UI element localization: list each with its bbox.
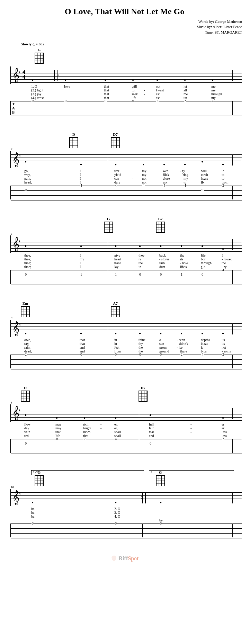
barline <box>242 239 242 250</box>
tab-fret-number: 0 <box>132 99 134 103</box>
lyric-syllable: in <box>114 342 117 346</box>
lyric-syllable: lay <box>114 265 118 269</box>
lyric-verse-row: 1. Olovethatwillnotletme <box>10 84 242 88</box>
lyric-syllable: - <box>190 422 192 426</box>
lyric-verse-row: thee;IgivetheebackthelifeI <box>10 253 242 257</box>
chord-name: D <box>69 132 78 136</box>
lyric-syllable: its <box>222 342 225 346</box>
lyric-syllable: er <box>222 422 224 426</box>
music-system: DD78𝄞♯●●●●●●flowmayrich-er,full-erdaymay… <box>7 386 242 453</box>
barline <box>242 186 242 199</box>
barline <box>242 70 242 81</box>
lyric-syllable: not <box>222 346 226 349</box>
lyric-syllable: - 'ring <box>180 173 188 177</box>
notehead: ● <box>201 160 203 163</box>
lyric-syllable: - <box>100 426 101 430</box>
lyric-syllable: me <box>184 92 188 96</box>
lyric-syllable: the <box>139 346 143 349</box>
lyric-syllable: er, <box>114 426 118 430</box>
lyric-syllable: heart <box>201 177 208 180</box>
chord-symbol: B7 <box>156 217 165 233</box>
chord-diagram <box>139 391 148 402</box>
notehead: ● <box>83 416 86 420</box>
barline <box>242 355 242 368</box>
chord-symbol: D <box>69 132 78 148</box>
barline <box>139 439 139 453</box>
tab-fret-number: 0 <box>32 99 34 103</box>
chord-name: A7 <box>111 301 120 305</box>
tab-fret-number: 4 <box>115 437 117 441</box>
lyric-syllable: sun <box>159 342 164 346</box>
chord-diagram <box>156 222 165 233</box>
notehead: ● <box>160 244 162 248</box>
lyrics-block: flowmayrich-er,full-erdaymaybright-er,fa… <box>10 422 242 438</box>
lyric-syllable: may <box>55 422 61 426</box>
chord-symbol: D7 <box>139 386 148 402</box>
barline <box>108 239 108 250</box>
notehead: ● <box>160 501 162 504</box>
chord-name: D <box>21 386 30 390</box>
tab-fret-number: 2 <box>25 353 27 356</box>
lyric-syllable: through <box>201 261 212 265</box>
staff: 10𝄞♯●●● <box>10 489 242 506</box>
notehead: ● <box>222 247 224 251</box>
notehead: ● <box>139 244 141 248</box>
chord-diagram <box>111 137 120 148</box>
notehead: ● <box>163 163 165 166</box>
lyric-syllable: can <box>114 177 119 180</box>
tune-name: Tune: ST. MARGARET <box>7 30 242 35</box>
lyric-syllable: prom <box>159 346 167 349</box>
staff: 4𝄞♯●●●●●●●● <box>10 235 242 253</box>
tab-fret-number: 0 <box>160 353 162 356</box>
chord-row: EmA7 <box>7 301 242 319</box>
notehead: ● <box>32 78 34 82</box>
tempo-marking: Slowly (♩= 60) <box>21 42 242 46</box>
key-signature: ♯ <box>18 238 21 244</box>
notehead: ● <box>115 332 117 335</box>
notehead: ● <box>80 332 82 335</box>
music-by: Music by: Albert Lister Peace <box>7 24 242 29</box>
lyric-syllable: thee; <box>24 257 31 261</box>
tab-fret-number: 0 <box>160 522 162 525</box>
notehead: ● <box>80 163 82 166</box>
barline <box>242 439 242 453</box>
key-signature: ♯ <box>18 323 21 329</box>
chord-symbol: A7 <box>111 301 120 317</box>
lyric-syllable: all <box>184 88 187 92</box>
lyric-verse-row: way,Iyieldmyflick- 'ringtorchto <box>10 173 242 177</box>
lyric-syllable: glo <box>201 265 205 269</box>
lyric-verse-row: (3.) joythatseek-estmethrough <box>10 92 242 96</box>
tab-fret-number: 4 <box>80 184 82 187</box>
barline <box>142 492 143 503</box>
notehead: ● <box>25 332 27 335</box>
music-system: GB74𝄞♯●●●●●●●●thee;IgivetheebackthelifeI… <box>7 217 242 284</box>
notehead: ● <box>201 244 203 248</box>
tab-fret-number: 1 <box>80 273 82 276</box>
notehead: ● <box>222 416 224 420</box>
lyric-verse-row: vainthatmornshalltear-less <box>10 430 242 434</box>
tab-fret-number: 4 <box>115 184 117 187</box>
tab-fret-number: 1 <box>115 273 117 276</box>
lyric-syllable: thee; <box>24 265 31 269</box>
lyric-syllable: close <box>163 177 170 180</box>
lyric-syllable: the <box>222 261 226 265</box>
tab-fret-number: 0 <box>104 99 107 103</box>
music-system: G𝄞♯44●●●●●●●1. Olovethatwillnotletme(2.)… <box>7 48 242 115</box>
lyric-syllable: 2. O <box>114 507 120 511</box>
barline <box>232 408 233 419</box>
lyric-syllable: l'west <box>156 88 164 92</box>
measure-number: 4 <box>11 232 12 235</box>
music-system: GG1.-3.4.10𝄞♯●●●be.2. Obe.3. Obe.4. Obe.… <box>7 470 242 537</box>
notehead: ● <box>32 501 34 504</box>
notehead: ● <box>64 78 66 82</box>
measure-number: 10 <box>11 485 14 489</box>
tablature: 01100104 <box>10 270 242 284</box>
lyric-syllable: thee; <box>24 253 31 257</box>
lyric-verse-row: ray,thatinthysun- shine'sblazeits <box>10 342 242 346</box>
lyrics-block: be.2. Obe.3. Obe.4. Obe. <box>10 507 242 522</box>
lyric-syllable: fair <box>149 426 154 430</box>
lyric-syllable: full <box>149 422 154 426</box>
tab-fret-number: 1 <box>180 273 183 276</box>
barline <box>242 323 242 334</box>
tab-fret-number: 0 <box>160 273 162 276</box>
